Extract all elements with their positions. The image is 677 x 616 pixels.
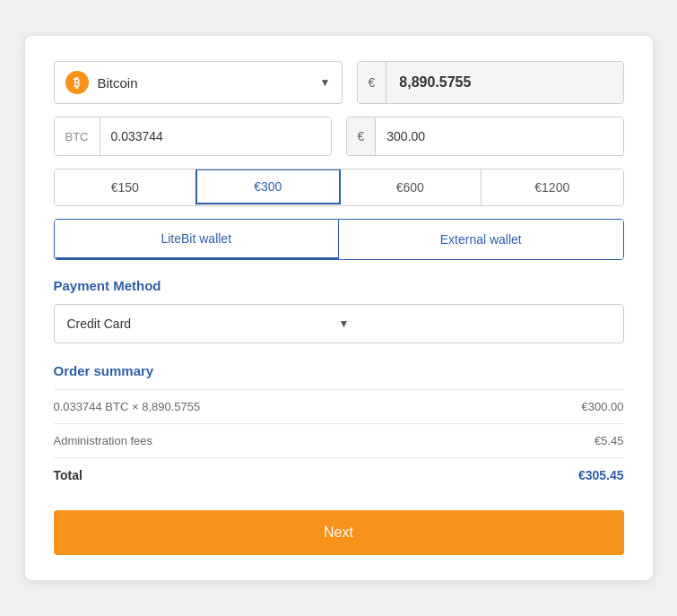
summary-total-label: Total bbox=[54, 468, 82, 482]
crypto-label: Bitcoin bbox=[98, 75, 311, 91]
amount-btn-300[interactable]: €300 bbox=[195, 169, 341, 204]
amount-btn-600[interactable]: €600 bbox=[340, 169, 482, 205]
btc-icon: ₿ bbox=[65, 71, 89, 94]
price-currency-symbol: € bbox=[358, 62, 387, 103]
wallet-tab-external[interactable]: External wallet bbox=[339, 220, 623, 259]
order-summary-section: Order summary 0.033744 BTC × 8,890.5755 … bbox=[54, 363, 624, 492]
summary-btc-value: €300.00 bbox=[582, 400, 624, 413]
next-button[interactable]: Next bbox=[54, 510, 624, 555]
payment-method-heading: Payment Method bbox=[54, 278, 624, 293]
summary-row-fees: Administration fees €5.45 bbox=[54, 423, 624, 457]
payment-method-select[interactable]: Credit Card ▼ bbox=[54, 304, 624, 343]
euro-currency-symbol: € bbox=[347, 117, 377, 155]
btc-input[interactable] bbox=[100, 117, 331, 155]
summary-fees-value: €5.45 bbox=[595, 434, 624, 447]
summary-fees-label: Administration fees bbox=[54, 434, 153, 447]
wallet-tab-litebit[interactable]: LiteBit wallet bbox=[55, 220, 340, 259]
euro-input[interactable] bbox=[376, 117, 622, 155]
wallet-tabs: LiteBit wallet External wallet bbox=[54, 219, 624, 260]
summary-btc-label: 0.033744 BTC × 8,890.5755 bbox=[54, 400, 201, 413]
summary-row-btc: 0.033744 BTC × 8,890.5755 €300.00 bbox=[54, 389, 624, 423]
crypto-selector[interactable]: ₿ Bitcoin ▼ bbox=[54, 61, 343, 104]
chevron-down-icon: ▼ bbox=[320, 76, 331, 89]
payment-method-value: Credit Card bbox=[67, 317, 339, 331]
amount-btn-1200[interactable]: €1200 bbox=[482, 169, 623, 205]
main-card: ₿ Bitcoin ▼ € 8,890.5755 BTC € €150 €300… bbox=[25, 36, 653, 580]
price-value: 8,890.5755 bbox=[386, 74, 622, 91]
summary-row-total: Total €305.45 bbox=[54, 457, 624, 492]
btc-input-box: BTC bbox=[54, 117, 332, 156]
summary-total-value: €305.45 bbox=[578, 468, 624, 482]
amount-btn-150[interactable]: €150 bbox=[55, 169, 197, 205]
btc-prefix: BTC bbox=[55, 117, 100, 155]
amount-buttons-group: €150 €300 €600 €1200 bbox=[54, 169, 624, 206]
price-display: € 8,890.5755 bbox=[357, 61, 624, 104]
order-summary-heading: Order summary bbox=[54, 363, 624, 378]
payment-method-chevron: ▼ bbox=[339, 317, 611, 330]
euro-input-box: € bbox=[346, 117, 624, 156]
